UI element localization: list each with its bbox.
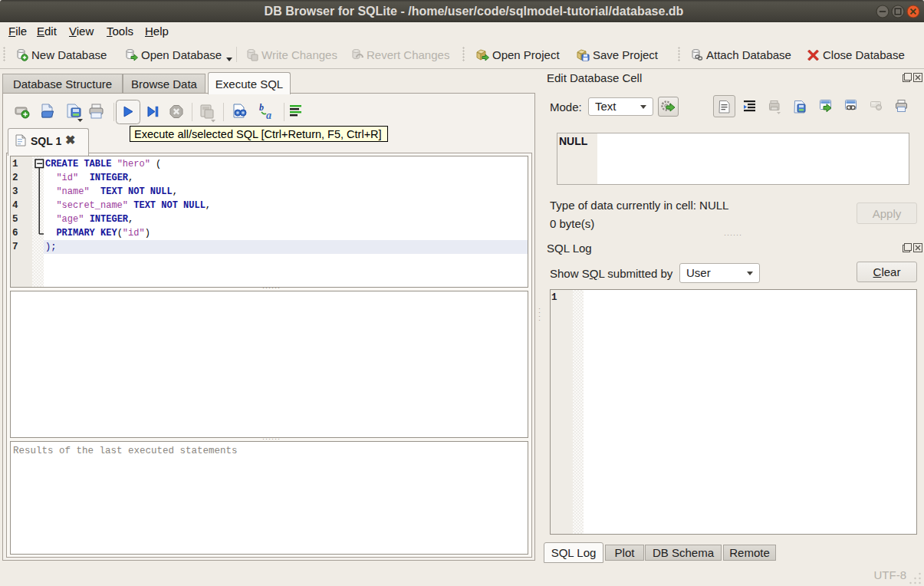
svg-text:b: b: [259, 102, 264, 113]
svg-text:a: a: [266, 110, 271, 121]
